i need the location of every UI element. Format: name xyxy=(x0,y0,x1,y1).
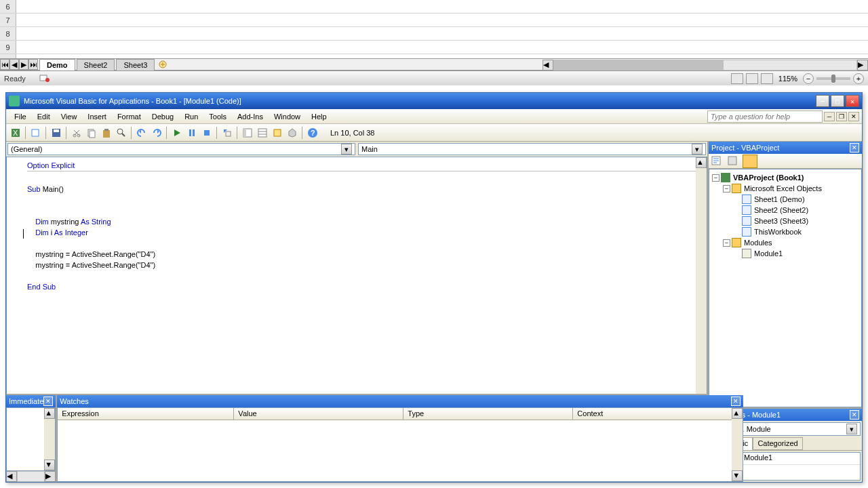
redo-button[interactable] xyxy=(150,126,163,140)
zoom-slider[interactable] xyxy=(816,77,850,80)
zoom-percent[interactable]: 115% xyxy=(778,75,797,83)
view-code-button[interactable] xyxy=(710,155,725,168)
cut-button[interactable] xyxy=(70,126,83,140)
tab-next-button[interactable]: ▶ xyxy=(19,59,28,70)
tab-first-button[interactable]: ⏮ xyxy=(0,59,9,70)
tree-collapse-icon[interactable]: − xyxy=(712,174,719,182)
tree-collapse-icon[interactable]: − xyxy=(723,185,730,192)
svg-rect-11 xyxy=(90,131,95,138)
macro-record-icon[interactable] xyxy=(39,73,50,84)
sheet-tab[interactable]: Demo xyxy=(39,59,75,70)
mdi-restore-button[interactable]: ❐ xyxy=(836,112,847,121)
watches-column-header[interactable]: Type xyxy=(403,408,573,420)
menu-window[interactable]: Window xyxy=(269,110,306,123)
toolbox-button[interactable] xyxy=(285,126,299,140)
immediate-body[interactable]: ▲▼ xyxy=(6,407,56,471)
object-dropdown[interactable]: (General) ▾ xyxy=(7,143,355,155)
save-button[interactable] xyxy=(50,126,63,140)
menu-insert[interactable]: Insert xyxy=(82,110,112,123)
object-browser-button[interactable] xyxy=(271,126,284,140)
watches-close-button[interactable]: ✕ xyxy=(731,396,741,406)
tree-item[interactable]: Sheet2 (Sheet2) xyxy=(753,206,810,214)
procedure-dropdown-value: Main xyxy=(361,145,378,153)
toggle-folders-button[interactable] xyxy=(743,155,757,168)
menu-debug[interactable]: Debug xyxy=(146,110,179,123)
menu-view[interactable]: View xyxy=(56,110,83,123)
view-object-button[interactable] xyxy=(726,155,741,168)
tree-root[interactable]: VBAProject (Book1) xyxy=(732,174,806,182)
maximize-button[interactable]: □ xyxy=(831,95,844,107)
help-search-input[interactable] xyxy=(707,110,823,123)
watches-column-header[interactable]: Context xyxy=(573,408,743,420)
row-header[interactable]: 9 xyxy=(0,41,16,54)
view-layout-button[interactable] xyxy=(746,73,758,84)
copy-button[interactable] xyxy=(85,126,98,140)
project-explorer-button[interactable] xyxy=(241,126,254,140)
watches-panel: Watches ✕ ExpressionValueTypeContext ▲▼ xyxy=(57,395,743,482)
vbe-titlebar[interactable]: Microsoft Visual Basic for Applications … xyxy=(6,93,862,109)
help-button[interactable]: ? xyxy=(306,126,319,140)
view-excel-button[interactable]: X xyxy=(9,126,22,140)
property-name-value[interactable]: Module1 xyxy=(741,453,860,464)
properties-button[interactable] xyxy=(256,126,269,140)
tab-last-button[interactable]: ⏭ xyxy=(28,59,38,70)
menu-add-ins[interactable]: Add-Ins xyxy=(232,110,269,123)
menu-run[interactable]: Run xyxy=(179,110,203,123)
mdi-close-button[interactable]: ✕ xyxy=(848,112,859,121)
undo-button[interactable] xyxy=(135,126,149,140)
sheet-tab[interactable]: Sheet2 xyxy=(77,59,115,70)
sheet-tab[interactable]: Sheet3 xyxy=(116,59,155,70)
design-mode-button[interactable] xyxy=(220,126,234,140)
status-ready: Ready xyxy=(4,75,26,83)
reset-button[interactable] xyxy=(200,126,214,140)
mdi-minimize-button[interactable]: ─ xyxy=(824,112,835,121)
tree-collapse-icon[interactable]: − xyxy=(723,239,730,247)
tree-item[interactable]: Sheet3 (Sheet3) xyxy=(753,217,810,225)
project-close-button[interactable]: ✕ xyxy=(850,143,859,152)
view-pagebreak-button[interactable] xyxy=(761,73,773,84)
svg-rect-18 xyxy=(226,131,231,136)
menu-help[interactable]: Help xyxy=(306,110,332,123)
paste-button[interactable] xyxy=(100,126,113,140)
menu-tools[interactable]: Tools xyxy=(203,110,232,123)
zoom-out-button[interactable]: − xyxy=(803,73,814,84)
tree-item[interactable]: Module1 xyxy=(753,249,784,258)
tree-item[interactable]: Sheet1 (Demo) xyxy=(753,195,806,203)
immediate-title: Immediate xyxy=(9,397,43,405)
zoom-in-button[interactable]: + xyxy=(853,73,864,84)
watches-header[interactable]: Watches ✕ xyxy=(57,395,743,407)
svg-rect-22 xyxy=(274,129,281,136)
find-button[interactable] xyxy=(115,126,128,140)
watches-body[interactable]: ExpressionValueTypeContext ▲▼ xyxy=(57,407,743,482)
immediate-close-button[interactable]: ✕ xyxy=(43,396,53,406)
row-header[interactable]: 6 xyxy=(0,0,16,13)
project-header[interactable]: Project - VBAProject ✕ xyxy=(709,142,862,154)
menu-edit[interactable]: Edit xyxy=(32,110,56,123)
close-button[interactable]: ✕ xyxy=(846,95,859,107)
properties-tab[interactable]: Categorized xyxy=(753,437,802,450)
break-button[interactable] xyxy=(185,126,199,140)
immediate-header[interactable]: Immediate ✕ xyxy=(6,395,56,407)
minimize-button[interactable]: ─ xyxy=(816,95,829,107)
properties-close-button[interactable]: ✕ xyxy=(850,410,859,420)
tree-item[interactable]: ThisWorkbook xyxy=(753,228,803,236)
row-header[interactable]: 8 xyxy=(0,27,16,40)
watches-column-header[interactable]: Value xyxy=(234,408,403,420)
excel-horizontal-scrollbar[interactable]: ◀ ▶ xyxy=(542,60,868,70)
menu-file[interactable]: File xyxy=(9,110,32,123)
tab-prev-button[interactable]: ◀ xyxy=(9,59,19,70)
run-button[interactable] xyxy=(170,126,184,140)
tree-modules[interactable]: Modules xyxy=(743,239,774,247)
project-tree[interactable]: − VBAProject (Book1) − Microsoft Excel O… xyxy=(709,169,862,407)
watches-vertical-scrollbar[interactable]: ▲▼ xyxy=(732,408,743,481)
watches-column-header[interactable]: Expression xyxy=(58,408,234,420)
tree-excel-objects[interactable]: Microsoft Excel Objects xyxy=(743,184,823,192)
menu-format[interactable]: Format xyxy=(112,110,146,123)
immediate-vertical-scrollbar[interactable]: ▲▼ xyxy=(44,408,55,470)
row-header[interactable]: 7 xyxy=(0,14,16,26)
procedure-dropdown[interactable]: Main ▾ xyxy=(358,143,706,155)
sheet-icon xyxy=(742,216,751,226)
view-normal-button[interactable] xyxy=(731,73,743,84)
insert-dropdown-button[interactable] xyxy=(29,126,43,140)
insert-sheet-button[interactable] xyxy=(157,60,168,69)
